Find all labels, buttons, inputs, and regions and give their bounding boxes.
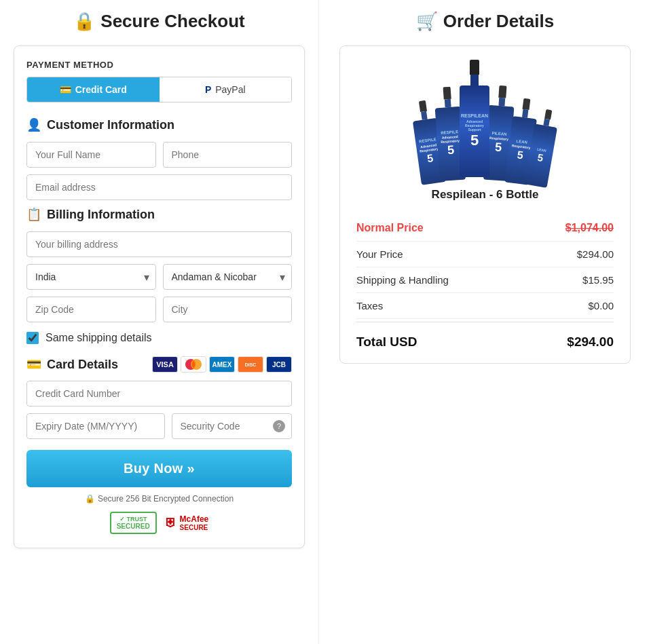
right-header: 🛒 Order Details (339, 11, 631, 32)
email-input[interactable] (26, 174, 292, 200)
shield-icon: 🔒 (85, 494, 95, 504)
total-divider (356, 322, 614, 322)
card-number-input[interactable] (26, 381, 292, 406)
same-shipping-label: Same shipping details (45, 332, 152, 344)
phone-input[interactable] (163, 142, 293, 168)
secure-note: 🔒 Secure 256 Bit Encrypted Connection (26, 494, 292, 504)
tab-credit-card[interactable]: 💳 Credit Card (27, 77, 160, 102)
taxes-row: Taxes $0.00 (356, 293, 614, 319)
zip-input[interactable] (26, 297, 156, 322)
checkout-box: PAYMENT METHOD 💳 Credit Card P PayPal 👤 … (14, 45, 305, 548)
normal-price-value: $1,074.00 (565, 222, 614, 234)
cvv-wrapper: ? (172, 413, 293, 439)
mcafee-badge: ⛨ McAfee SECURE (165, 512, 209, 534)
name-phone-row (26, 142, 292, 168)
zip-city-row (26, 297, 292, 322)
bottles-container: RESPILEAdvanced Respiratory5 RESPILEAdva… (415, 60, 555, 177)
buy-now-button[interactable]: Buy Now » (26, 450, 292, 487)
tab-paypal[interactable]: P PayPal (160, 77, 292, 102)
tab-paypal-label: PayPal (215, 84, 245, 95)
trust-badges: ✓ TRUST SECURED ⛨ McAfee SECURE (26, 512, 292, 534)
right-panel: 🛒 Order Details RESPILEAdvanced Respirat… (319, 0, 651, 644)
mcafee-icon: ⛨ (165, 516, 177, 530)
discover-icon: DISC (238, 356, 263, 373)
cart-icon: 🛒 (416, 11, 438, 32)
product-name: Respilean - 6 Bottle (356, 188, 614, 202)
your-price-label: Your Price (356, 248, 403, 260)
card-details-header: 💳 Card Details VISA AMEX DISC JCB (26, 356, 292, 373)
order-box: RESPILEAdvanced Respiratory5 RESPILEAdva… (339, 45, 631, 364)
billing-address-input[interactable] (26, 231, 292, 257)
left-header-title: Secure Checkout (100, 11, 244, 32)
secured-badge-label: SECURED (117, 523, 150, 530)
normal-price-row: Normal Price $1,074.00 (356, 215, 614, 242)
total-row: Total USD $294.00 (356, 325, 614, 349)
billing-icon: 📋 (26, 207, 41, 222)
amex-icon: AMEX (209, 356, 235, 373)
expiry-cvv-row: ? (26, 413, 292, 439)
state-select[interactable]: Andaman & Nicobar Andhra Pradesh Delhi M… (163, 264, 293, 290)
total-label: Total USD (356, 335, 417, 349)
tab-credit-card-label: Credit Card (75, 84, 127, 95)
address-row (26, 231, 292, 257)
expiry-input[interactable] (26, 413, 165, 439)
full-name-input[interactable] (26, 142, 156, 168)
left-panel: 🔒 Secure Checkout PAYMENT METHOD 💳 Credi… (0, 0, 319, 644)
country-select[interactable]: India United States United Kingdom Austr… (26, 264, 156, 290)
shipping-label: Shipping & Handling (356, 274, 449, 286)
card-icons-row: VISA AMEX DISC JCB (152, 356, 292, 373)
email-row (26, 174, 292, 200)
left-header: 🔒 Secure Checkout (14, 11, 305, 32)
cvv-help-icon[interactable]: ? (273, 420, 285, 432)
state-wrapper: Andaman & Nicobar Andhra Pradesh Delhi M… (163, 264, 293, 290)
normal-price-label: Normal Price (356, 222, 424, 234)
total-value: $294.00 (567, 335, 614, 349)
taxes-label: Taxes (356, 300, 383, 311)
country-wrapper: India United States United Kingdom Austr… (26, 264, 156, 290)
mcafee-text: McAfee SECURE (180, 514, 209, 531)
your-price-value: $294.00 (577, 248, 614, 260)
mastercard-icon (181, 356, 206, 373)
lock-icon: 🔒 (73, 11, 95, 32)
buy-now-label: Buy Now » (124, 461, 195, 476)
shipping-row: Shipping & Handling $15.95 (356, 267, 614, 293)
page-wrapper: 🔒 Secure Checkout PAYMENT METHOD 💳 Credi… (0, 0, 651, 644)
bottle-3: RESPILEANAdvanced Respiratory Support5 (460, 60, 489, 177)
card-number-row (26, 381, 292, 406)
customer-info-title: 👤 Customer Information (26, 117, 292, 132)
same-shipping-checkbox[interactable] (26, 332, 39, 344)
card-icon: 💳 (26, 357, 41, 372)
product-image-area: RESPILEAdvanced Respiratory5 RESPILEAdva… (356, 60, 614, 177)
payment-method-label: PAYMENT METHOD (26, 60, 292, 70)
credit-card-icon: 💳 (60, 84, 71, 95)
your-price-row: Your Price $294.00 (356, 242, 614, 267)
secure-note-text: Secure 256 Bit Encrypted Connection (98, 494, 234, 504)
country-state-row: India United States United Kingdom Austr… (26, 264, 292, 290)
paypal-icon: P (205, 84, 211, 95)
billing-info-title: 📋 Billing Information (26, 207, 292, 222)
card-details-title: 💳 Card Details (26, 357, 118, 372)
secured-badge: ✓ TRUST SECURED (110, 512, 157, 534)
jcb-icon: JCB (266, 356, 292, 373)
right-header-title: Order Details (443, 11, 554, 32)
taxes-value: $0.00 (588, 300, 614, 311)
user-icon: 👤 (26, 117, 41, 132)
visa-icon: VISA (152, 356, 178, 373)
city-input[interactable] (163, 297, 293, 322)
shipping-value: $15.95 (582, 274, 614, 286)
payment-tabs: 💳 Credit Card P PayPal (26, 77, 292, 102)
same-shipping-row: Same shipping details (26, 332, 292, 344)
